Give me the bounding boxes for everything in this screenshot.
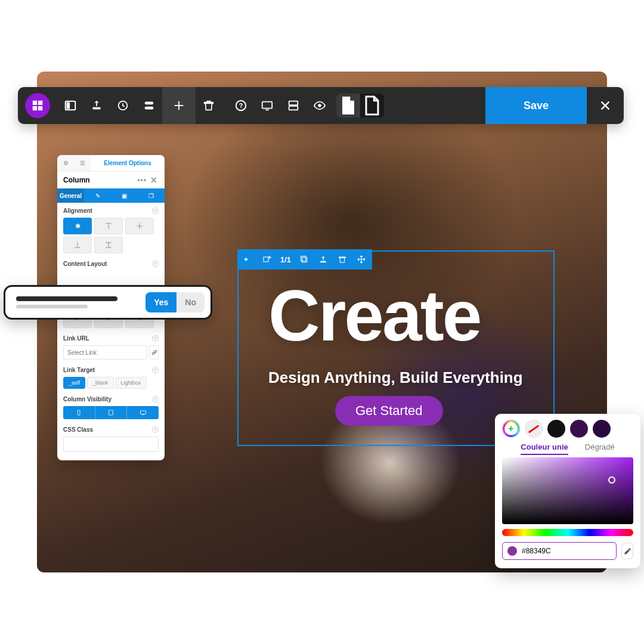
sidebar-toggle-icon[interactable] — [57, 87, 83, 124]
align-stretch-icon[interactable] — [94, 237, 123, 253]
eyedropper-icon[interactable] — [621, 543, 633, 559]
trash-icon[interactable] — [196, 87, 222, 124]
svg-rect-7 — [262, 102, 273, 109]
target-lightbox[interactable]: Lightbox — [116, 377, 147, 389]
builder-logo-icon[interactable] — [25, 93, 50, 118]
help-hint-icon[interactable]: ? — [152, 426, 159, 433]
swatch-color[interactable] — [593, 420, 611, 438]
svg-rect-21 — [301, 256, 306, 261]
link-url-input[interactable] — [63, 345, 147, 360]
swatch-color[interactable] — [570, 420, 588, 438]
visibility-desktop-icon[interactable] — [127, 406, 159, 419]
sel-duplicate-icon[interactable] — [298, 253, 310, 265]
page-mode-toggle[interactable] — [336, 94, 384, 117]
picker-tab-gradient[interactable]: Dégradé — [585, 442, 615, 455]
swatch-none-icon[interactable] — [525, 420, 543, 438]
hue-slider[interactable] — [502, 529, 633, 536]
align-top-icon[interactable] — [94, 218, 123, 234]
visibility-mobile-icon[interactable] — [63, 406, 95, 419]
link-picker-icon[interactable] — [150, 345, 159, 360]
picker-tab-solid[interactable]: Couleur unie — [521, 442, 568, 455]
svg-rect-17 — [109, 410, 113, 415]
subtab-extras-icon[interactable]: ❐ — [138, 188, 165, 203]
svg-rect-20 — [302, 258, 307, 262]
help-hint-icon[interactable]: ? — [152, 261, 159, 267]
visibility-toggle[interactable] — [63, 406, 159, 419]
main-toolbar: ? Save — [18, 87, 624, 124]
sv-cursor-icon[interactable] — [608, 476, 615, 484]
confirm-yes-button[interactable]: Yes — [145, 292, 177, 312]
panel-tab-options[interactable]: Element Options — [91, 155, 165, 172]
confirm-dialog: Yes No — [4, 285, 212, 320]
section-link-url-label: Link URL — [63, 335, 89, 342]
svg-text:?: ? — [239, 102, 243, 109]
color-picker: + Couleur unie Dégradé — [495, 414, 640, 568]
sel-count: 1/1 — [280, 255, 291, 264]
align-middle-icon[interactable] — [125, 218, 154, 234]
svg-rect-1 — [67, 103, 70, 109]
desktop-preview-icon[interactable] — [254, 87, 280, 124]
visibility-tablet-icon[interactable] — [95, 406, 128, 419]
help-hint-icon[interactable]: ? — [152, 208, 159, 214]
toggles-icon[interactable] — [136, 87, 162, 124]
subtab-design-icon[interactable]: ✎ — [84, 188, 111, 203]
sel-trash-icon[interactable] — [336, 253, 348, 265]
section-css-class-label: CSS Class — [63, 426, 93, 433]
sel-save-icon[interactable] — [317, 253, 329, 265]
section-content-layout-label: Content Layout — [63, 261, 107, 267]
align-bottom-icon[interactable] — [63, 237, 92, 253]
confirm-no-button[interactable]: No — [177, 292, 205, 312]
target-blank[interactable]: _blank — [87, 377, 114, 389]
align-default-icon[interactable]: ✱ — [63, 218, 92, 234]
hex-preview-icon — [507, 546, 517, 556]
history-icon[interactable] — [110, 87, 136, 124]
svg-rect-4 — [145, 107, 154, 110]
subtab-general[interactable]: General — [57, 188, 84, 203]
subtab-bg-icon[interactable]: ▣ — [111, 188, 138, 203]
section-link-target-label: Link Target — [63, 367, 95, 373]
help-icon[interactable]: ? — [228, 87, 254, 124]
swatch-color[interactable] — [547, 420, 565, 438]
help-hint-icon[interactable]: ? — [152, 396, 159, 402]
section-alignment-label: Alignment — [63, 208, 92, 214]
confirm-text-line — [16, 296, 117, 301]
help-hint-icon[interactable]: ? — [152, 335, 159, 342]
confirm-subtext-line — [16, 305, 88, 308]
page-mode-a-icon[interactable] — [336, 94, 360, 117]
svg-rect-9 — [289, 106, 298, 110]
swatch-add-icon[interactable]: + — [502, 420, 520, 438]
target-self[interactable]: _self — [63, 377, 85, 389]
layout-icon[interactable] — [280, 87, 306, 124]
sel-move-icon[interactable] — [355, 253, 367, 265]
save-button[interactable]: Save — [485, 87, 587, 124]
css-class-input[interactable] — [63, 436, 159, 452]
panel-close-icon[interactable]: ✕ — [149, 175, 159, 185]
save-local-icon[interactable] — [83, 87, 110, 124]
add-element-icon[interactable] — [162, 87, 196, 124]
sel-add-icon[interactable] — [261, 253, 273, 265]
panel-tab-sliders-icon[interactable]: ☰ — [74, 155, 91, 172]
svg-rect-8 — [289, 101, 298, 105]
svg-rect-19 — [264, 257, 268, 262]
page-mode-b-icon[interactable] — [360, 94, 384, 117]
panel-title: Column — [63, 176, 90, 184]
preview-eye-icon[interactable] — [306, 87, 333, 124]
saturation-value-field[interactable] — [502, 457, 633, 524]
panel-more-icon[interactable]: ••• — [135, 176, 149, 184]
hex-input[interactable] — [522, 547, 611, 555]
panel-tab-gear-icon[interactable]: ⚙ — [57, 155, 74, 172]
help-hint-icon[interactable]: ? — [152, 367, 159, 373]
close-builder-icon[interactable] — [587, 87, 624, 124]
svg-rect-16 — [78, 410, 80, 415]
section-visibility-label: Column Visibility — [63, 396, 112, 402]
sel-parent-icon[interactable] — [242, 253, 254, 265]
svg-rect-3 — [145, 102, 154, 105]
svg-point-10 — [318, 104, 321, 107]
svg-rect-18 — [140, 411, 145, 414]
selection-toolbar: 1/1 — [237, 249, 372, 270]
